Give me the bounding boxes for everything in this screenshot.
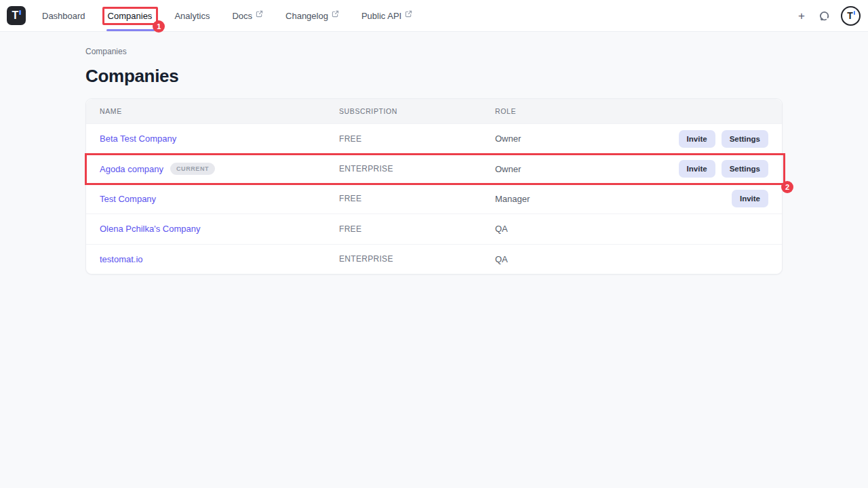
- main-nav: Dashboard Companies 1 Analytics Docs C: [42, 0, 435, 31]
- top-navbar: T Dashboard Companies 1 Analytics Docs: [0, 0, 868, 32]
- column-header-role: ROLE: [495, 107, 768, 115]
- table-row: Test Company FREE Manager Invite: [86, 184, 782, 214]
- navbar-right-actions: + T: [795, 6, 868, 26]
- role-value: Owner: [495, 164, 679, 174]
- invite-button[interactable]: Invite: [732, 190, 768, 207]
- nav-item-changelog[interactable]: Changelog: [285, 0, 339, 31]
- table-header-row: NAME SUBSCRIPTION ROLE: [86, 99, 782, 123]
- user-avatar[interactable]: T: [841, 6, 861, 26]
- company-link[interactable]: Agoda company: [100, 164, 163, 174]
- role-value: QA: [495, 254, 768, 264]
- external-link-icon: [256, 10, 263, 18]
- logo-letter: T: [12, 9, 19, 22]
- companies-table: NAME SUBSCRIPTION ROLE Beta Test Company…: [85, 98, 783, 274]
- external-link-icon: [405, 10, 412, 18]
- column-header-subscription: SUBSCRIPTION: [339, 107, 495, 115]
- nav-item-label: Companies: [108, 11, 153, 21]
- company-link[interactable]: Beta Test Company: [100, 134, 176, 144]
- avatar-accent-mark: [854, 11, 856, 15]
- avatar-letter: T: [847, 10, 853, 21]
- logo-accent-mark: [19, 10, 21, 15]
- table-row-current: Agoda company CURRENT ENTERPRISE Owner I…: [86, 153, 782, 183]
- nav-item-label: Analytics: [174, 11, 210, 21]
- annotation-badge-2: 2: [781, 181, 793, 193]
- current-badge: CURRENT: [170, 163, 215, 175]
- main-content: Companies Companies NAME SUBSCRIPTION RO…: [0, 32, 868, 274]
- table-row: Olena Pchilka's Company FREE QA: [86, 214, 782, 243]
- app-logo[interactable]: T: [7, 6, 26, 25]
- plus-icon[interactable]: +: [795, 9, 808, 23]
- company-link[interactable]: testomat.io: [100, 254, 143, 264]
- nav-item-companies[interactable]: Companies 1: [108, 0, 153, 31]
- nav-item-label: Public API: [361, 11, 401, 21]
- company-link[interactable]: Olena Pchilka's Company: [100, 224, 200, 234]
- settings-button[interactable]: Settings: [722, 130, 768, 148]
- announcements-icon[interactable]: [818, 10, 830, 22]
- nav-item-label: Dashboard: [42, 11, 85, 21]
- subscription-value: ENTERPRISE: [339, 164, 495, 174]
- nav-item-analytics[interactable]: Analytics: [174, 0, 210, 31]
- active-tab-underline: [106, 29, 155, 31]
- column-header-name: NAME: [100, 107, 339, 115]
- page-title: Companies: [85, 66, 783, 87]
- invite-button[interactable]: Invite: [679, 130, 715, 148]
- external-link-icon: [332, 10, 339, 18]
- subscription-value: FREE: [339, 194, 495, 203]
- annotation-badge-1: 1: [153, 20, 165, 33]
- nav-item-public-api[interactable]: Public API: [361, 0, 412, 31]
- nav-item-label: Docs: [232, 11, 252, 21]
- nav-item-docs[interactable]: Docs: [232, 0, 263, 31]
- invite-button[interactable]: Invite: [679, 160, 715, 178]
- role-value: Owner: [495, 134, 679, 144]
- table-row: testomat.io ENTERPRISE QA: [86, 244, 782, 274]
- nav-item-label: Changelog: [285, 11, 328, 21]
- role-value: Manager: [495, 194, 732, 204]
- breadcrumb[interactable]: Companies: [85, 47, 127, 56]
- subscription-value: FREE: [339, 224, 495, 234]
- company-link[interactable]: Test Company: [100, 194, 156, 204]
- subscription-value: FREE: [339, 134, 495, 144]
- role-value: QA: [495, 224, 768, 234]
- nav-item-dashboard[interactable]: Dashboard: [42, 0, 85, 31]
- subscription-value: ENTERPRISE: [339, 254, 495, 264]
- table-row: Beta Test Company FREE Owner Invite Sett…: [86, 123, 782, 153]
- settings-button[interactable]: Settings: [722, 160, 768, 178]
